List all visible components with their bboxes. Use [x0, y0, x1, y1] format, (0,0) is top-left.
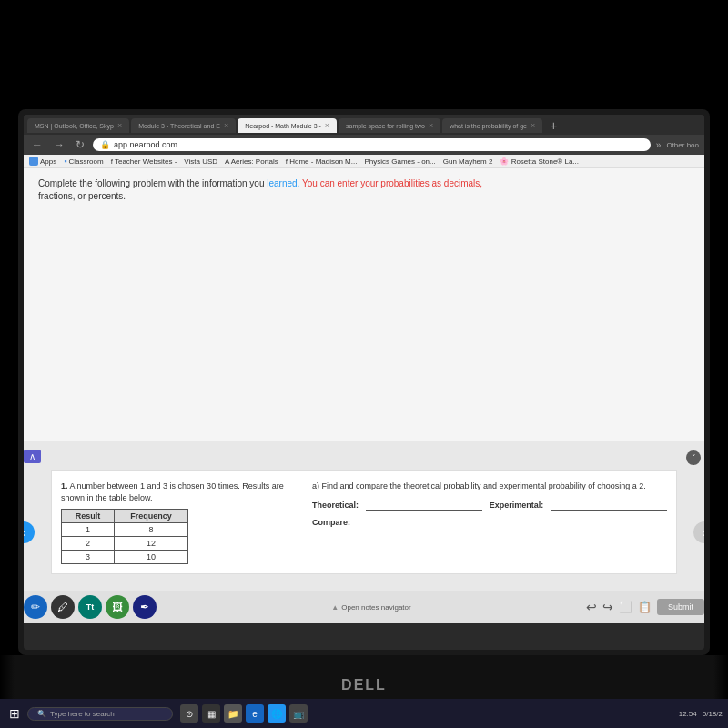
toolbar-left: ✏ 🖊 Tt 🖼 ✒: [24, 595, 157, 619]
part-a-title: a) Find and compare the theoretical prob…: [312, 480, 667, 492]
bookmark-teacher[interactable]: f Teacher Websites -: [111, 157, 177, 166]
slide-nav-right-button[interactable]: ›: [693, 521, 704, 543]
bookmark-apps[interactable]: Apps: [29, 157, 56, 166]
taskbar-icon-3[interactable]: 📁: [224, 704, 242, 723]
tab-close-msn[interactable]: ×: [117, 121, 122, 130]
reload-button[interactable]: ↻: [73, 137, 87, 152]
expand-button[interactable]: ˅: [686, 450, 701, 465]
frequency-3: 10: [114, 551, 187, 564]
back-button[interactable]: ←: [29, 137, 46, 152]
table-header-frequency: Frequency: [114, 510, 187, 523]
notes-triangle-icon: ▲: [331, 603, 339, 612]
frequency-2: 12: [114, 537, 187, 551]
problem-container: 1. A number between 1 and 3 is chosen 30…: [51, 470, 677, 574]
table-row: 2 12: [62, 537, 188, 551]
search-placeholder: Type here to search: [50, 710, 115, 718]
instruction-part3: fractions, or percents.: [38, 191, 126, 201]
address-bar[interactable]: 🔒 app.nearpod.com: [93, 138, 651, 151]
bookmark-label: Classroom: [68, 157, 103, 166]
bookmark-label: Vista USD: [184, 157, 217, 166]
bookmark-label: A Aeries: Portals: [225, 157, 278, 166]
compare-label: Compare:: [312, 518, 667, 527]
slide-nav-left-button[interactable]: ‹: [24, 521, 35, 543]
tab-probability[interactable]: what is the probability of ge ×: [442, 118, 542, 133]
toolbar-right: ↩ ↪ ⬜ 📋 Submit: [586, 599, 704, 615]
text-tool-button[interactable]: Tt: [78, 595, 102, 619]
windows-taskbar: ⊞ 🔍 Type here to search ⊙ ▦ 📁 e 🌐 📺 12:5…: [0, 699, 728, 728]
tab-label: what is the probability of ge: [450, 123, 527, 129]
bookmark-rosetta[interactable]: 🌸 Rosetta Stone® La...: [500, 157, 579, 166]
lock-icon: 🔒: [100, 140, 110, 149]
bookmark-label: Apps: [40, 157, 56, 166]
slide-collapse-button[interactable]: ∧: [24, 450, 41, 463]
bookmark-aeries[interactable]: A Aeries: Portals: [225, 157, 278, 166]
taskbar-right: 12:54 5/18/2: [679, 710, 723, 718]
experimental-answer-line[interactable]: [551, 500, 667, 511]
tab-module3[interactable]: Module 3 - Theoretical and E ×: [131, 118, 236, 133]
taskbar-icon-5[interactable]: 🌐: [268, 704, 286, 723]
bookmarks-bar: Apps ▪ Classroom f Teacher Websites - Vi…: [24, 155, 704, 168]
problem-right: a) Find and compare the theoretical prob…: [312, 480, 667, 564]
left-bezel: [0, 0, 15, 728]
extensions-area: »: [656, 140, 662, 150]
frequency-1: 8: [114, 523, 187, 537]
bookmark-physics[interactable]: Physics Games - on...: [364, 157, 435, 166]
tab-label: MSN | Outlook, Office, Skyp: [35, 123, 114, 129]
slide-header: ∧ ˅: [24, 449, 704, 463]
top-bezel: [0, 0, 728, 109]
tab-close-probability[interactable]: ×: [531, 121, 535, 130]
tab-close-nearpod[interactable]: ×: [325, 121, 329, 130]
result-2: 2: [62, 537, 115, 551]
result-3: 3: [62, 551, 115, 564]
other-bookmarks[interactable]: Other boo: [666, 141, 699, 149]
highlighter-tool-button[interactable]: 🖊: [51, 595, 75, 619]
tab-msn[interactable]: MSN | Outlook, Office, Skyp ×: [27, 118, 129, 133]
tab-nearpod[interactable]: Nearpod - Math Module 3 - ×: [238, 118, 337, 133]
tab-sample-space[interactable]: sample space for rolling two ×: [339, 118, 440, 133]
taskbar-icon-2[interactable]: ▦: [202, 704, 220, 723]
eraser-tool-button[interactable]: ✒: [133, 595, 157, 619]
frequency-table: Result Frequency 1 8 2 12: [61, 509, 188, 564]
bookmark-home[interactable]: f Home - Madison M...: [286, 157, 358, 166]
bookmark-vista[interactable]: Vista USD: [184, 157, 217, 166]
slide-area: ∧ ˅ ‹ › 1. A number between 1 and 3 is c…: [24, 441, 704, 623]
taskbar-icon-1[interactable]: ⊙: [180, 704, 198, 723]
table-row: 3 10: [62, 551, 188, 564]
theoretical-answer-line[interactable]: [366, 500, 482, 511]
table-row: 1 8: [62, 523, 188, 537]
bookmark-classroom[interactable]: ▪ Classroom: [64, 157, 103, 166]
instruction-part1: Complete the following problem with the …: [38, 178, 267, 188]
taskbar-icon-4[interactable]: e: [246, 704, 264, 723]
instruction-text: Complete the following problem with the …: [38, 177, 690, 203]
bottom-toolbar: ✏ 🖊 Tt 🖼 ✒ ▲ Open notes navigator ↩ ↪ ⬜ …: [24, 591, 704, 623]
image-tool-button[interactable]: 🖼: [106, 595, 129, 619]
crop-button[interactable]: ⬜: [619, 601, 632, 613]
tab-close-module3[interactable]: ×: [224, 121, 228, 130]
tab-label: sample space for rolling two: [346, 123, 425, 129]
right-bezel: [713, 0, 728, 728]
taskbar-icon-6[interactable]: 📺: [289, 704, 308, 723]
pen-tool-button[interactable]: ✏: [24, 595, 47, 619]
submit-button[interactable]: Submit: [657, 599, 704, 615]
address-bar-row: ← → ↻ 🔒 app.nearpod.com » Other boo: [24, 135, 704, 155]
bookmark-gun[interactable]: Gun Mayhem 2: [443, 157, 493, 166]
instruction-learned: learned.: [267, 178, 299, 188]
tab-label: Nearpod - Math Module 3 -: [245, 123, 321, 129]
result-1: 1: [62, 523, 115, 537]
dell-logo: DELL: [341, 677, 387, 693]
redo-button[interactable]: ↪: [602, 600, 613, 614]
search-bar[interactable]: 🔍 Type here to search: [27, 707, 173, 721]
theoretical-label: Theoretical:: [312, 500, 359, 510]
classroom-icon: ▪: [64, 157, 66, 166]
tab-close-sample[interactable]: ×: [429, 121, 433, 130]
bookmark-label: Physics Games - on...: [364, 157, 435, 166]
forward-button[interactable]: →: [51, 137, 67, 152]
bookmark-label: 🌸 Rosetta Stone® La...: [500, 157, 579, 166]
frame-button[interactable]: 📋: [638, 601, 652, 613]
start-button[interactable]: ⊞: [5, 704, 24, 723]
notes-navigator[interactable]: ▲ Open notes navigator: [331, 603, 410, 612]
undo-button[interactable]: ↩: [586, 600, 597, 614]
taskbar-date: 5/18/2: [703, 710, 723, 718]
taskbar-time: 12:54: [679, 710, 697, 718]
new-tab-button[interactable]: +: [544, 116, 562, 135]
